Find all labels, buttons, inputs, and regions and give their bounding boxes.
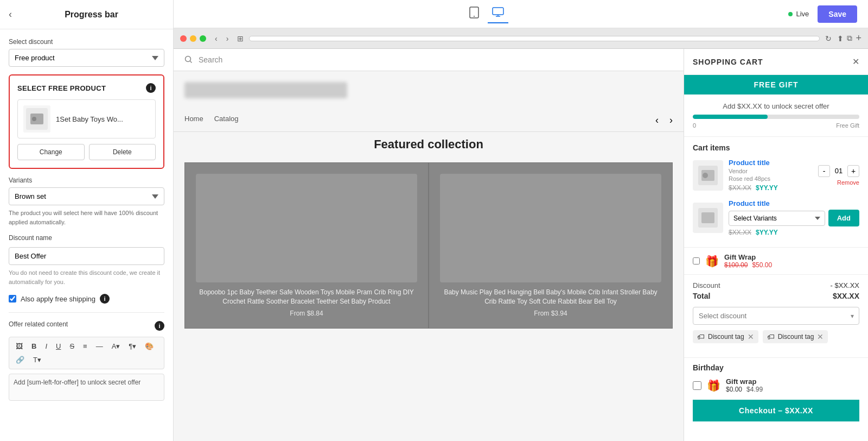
free-shipping-checkbox[interactable]	[9, 295, 16, 303]
search-placeholder[interactable]: Search	[199, 55, 673, 64]
variant-select[interactable]: Brown set	[9, 187, 164, 205]
qty-increase-1[interactable]: +	[847, 165, 859, 177]
cart-item-2-title[interactable]: Product title	[729, 199, 859, 207]
browser-back-button[interactable]: ‹	[212, 33, 221, 44]
birthday-gift-title: Gift wrap	[726, 377, 859, 386]
toolbar-bold[interactable]: B	[28, 341, 40, 352]
nav-prev-arrow[interactable]: ‹	[655, 115, 659, 126]
gift-wrap-title: Gift Wrap	[724, 253, 859, 261]
nav-catalog[interactable]: Catalog	[214, 115, 239, 126]
toolbar-link[interactable]: 🔗	[12, 354, 28, 366]
discount-tag-1: 🏷 Discount tag ✕	[693, 330, 758, 343]
cart-item-1-vendor: Vendor	[729, 168, 813, 174]
product-item-2: Baby Music Play Bed Hanging Bell Baby's …	[429, 162, 673, 329]
toolbar-align[interactable]: ≡	[80, 341, 91, 352]
svg-rect-5	[493, 8, 503, 15]
address-bar[interactable]	[249, 36, 820, 41]
cart-item-1-details: Product title Vendor Rose red 48pcs $XX.…	[729, 159, 813, 192]
discount-name-input[interactable]	[9, 247, 164, 265]
browser-new-tab-button[interactable]: +	[856, 33, 861, 44]
cart-item-1-right: - 01 + Remove	[818, 165, 859, 186]
cart-item-1-title[interactable]: Product title	[729, 159, 813, 167]
back-button[interactable]: ‹	[9, 9, 12, 20]
progress-labels: 0 Free Gift	[693, 122, 859, 129]
svg-point-6	[186, 56, 191, 62]
qty-decrease-1[interactable]: -	[818, 165, 830, 177]
delete-product-button[interactable]: Delete	[89, 144, 156, 160]
cart-item-1-original-price: $XX.XX	[729, 184, 751, 192]
discount-name-section: Discount name You do not need to create …	[9, 234, 164, 286]
live-badge: Live	[788, 10, 809, 18]
toolbar-color[interactable]: 🎨	[142, 341, 157, 352]
discount-select[interactable]: Free product	[9, 49, 164, 67]
editor-toolbar: 🖼 B I U S ≡ — A▾ ¶▾ 🎨 🔗 T▾	[9, 337, 164, 369]
toolbar-image[interactable]: 🖼	[12, 341, 26, 352]
top-right: Live Save	[788, 5, 857, 23]
cart-item-1-prices: $XX.XX $YY.YY	[729, 184, 813, 192]
toolbar-italic[interactable]: I	[42, 341, 50, 352]
preview-main: Search Home Catalog ‹ › Featured collect…	[174, 49, 684, 441]
shop-nav: Home Catalog ‹ ›	[174, 109, 684, 132]
toolbar-line[interactable]: —	[93, 341, 106, 352]
browser-expand-button[interactable]: ⊞	[237, 34, 244, 43]
variant-help-text: The product you will select here will ha…	[9, 209, 164, 226]
total-label: Total	[693, 292, 710, 300]
total-row: Total $XX.XX	[693, 292, 859, 300]
free-shipping-row: Also apply free shipping i	[9, 294, 164, 304]
offer-related-label: Offer related content	[9, 320, 68, 328]
browser-dots	[180, 35, 206, 42]
discount-tag-1-label: Discount tag	[708, 333, 744, 341]
nav-home[interactable]: Home	[184, 115, 203, 126]
discount-input-row: ▾	[693, 307, 859, 325]
add-to-cart-button[interactable]: Add	[828, 210, 859, 226]
products-grid: Bopoobo 1pc Baby Teether Safe Wooden Toy…	[174, 162, 684, 339]
discount-tag-1-remove[interactable]: ✕	[748, 332, 754, 341]
browser-share-button[interactable]: ⬆	[837, 33, 844, 44]
shipping-info-icon[interactable]: i	[100, 294, 110, 304]
checkout-button[interactable]: Checkout – $XX.XX	[693, 400, 859, 421]
discount-row: Discount - $XX.XX	[693, 281, 859, 289]
discount-code-input[interactable]	[693, 307, 859, 325]
left-body: Select discount Free product SELECT FREE…	[0, 29, 173, 441]
browser-actions: ⬆ ⧉ +	[837, 33, 861, 44]
refresh-button[interactable]: ↻	[825, 34, 832, 43]
desktop-view-button[interactable]	[488, 4, 508, 23]
gift-wrap-checkbox[interactable]	[693, 257, 700, 264]
progress-label-left: 0	[693, 122, 696, 129]
discount-tag-1-icon: 🏷	[697, 332, 705, 341]
change-product-button[interactable]: Change	[17, 144, 85, 160]
toolbar-strikethrough[interactable]: S	[66, 341, 78, 352]
birthday-gift-sale-price: $4.99	[746, 386, 763, 393]
toolbar-paragraph[interactable]: ¶▾	[125, 341, 139, 352]
progress-bar-outer	[693, 115, 859, 119]
birthday-section: Birthday 🎁 Gift wrap $0.00 $4.99 Checkou…	[684, 357, 868, 427]
save-button[interactable]: Save	[818, 5, 857, 23]
quantity-control-1: - 01 +	[818, 165, 859, 177]
select-discount-label: Select discount	[9, 38, 164, 46]
remove-item-1-button[interactable]: Remove	[837, 179, 859, 186]
offer-related-info-icon[interactable]: i	[155, 321, 164, 331]
cart-item-2: Product title Select Variants Add $XX.XX…	[693, 199, 859, 236]
free-gift-bar: FREE GIFT	[684, 75, 868, 94]
browser-forward-button[interactable]: ›	[223, 33, 232, 44]
product-card: 1Set Baby Toys Wo...	[17, 99, 156, 138]
toolbar-underline[interactable]: U	[53, 341, 64, 352]
editor-area[interactable]: Add [sum-left-for-offer] to unlock secre…	[9, 374, 164, 401]
birthday-gift-checkbox[interactable]	[693, 381, 701, 390]
offer-related-header: Offer related content i	[9, 320, 164, 331]
preview-container: Search Home Catalog ‹ › Featured collect…	[174, 49, 868, 441]
gift-wrap-sale-price: $50.00	[752, 261, 772, 269]
toolbar-font-a[interactable]: A▾	[108, 341, 124, 352]
variant-select-cart[interactable]: Select Variants	[729, 211, 825, 226]
discount-tag-2-remove[interactable]: ✕	[817, 332, 824, 341]
cart-panel: SHOPPING CART ✕ FREE GIFT Add $XX.XX to …	[684, 49, 868, 441]
progress-label-right: Free Gift	[836, 122, 859, 129]
browser-copy-button[interactable]: ⧉	[847, 33, 852, 44]
toolbar-text[interactable]: T▾	[30, 354, 44, 366]
mobile-view-button[interactable]	[465, 4, 483, 23]
progress-bar-inner	[693, 115, 768, 119]
free-product-info-icon[interactable]: i	[146, 83, 156, 93]
nav-next-arrow[interactable]: ›	[669, 115, 673, 126]
cart-close-button[interactable]: ✕	[852, 56, 859, 67]
discount-name-label: Discount name	[9, 234, 164, 242]
